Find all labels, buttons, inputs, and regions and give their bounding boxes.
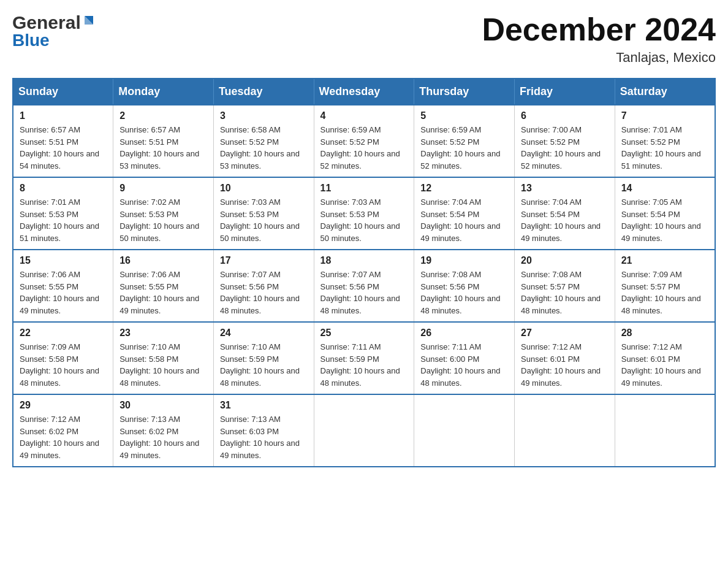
calendar-cell-w5-d1: 29 Sunrise: 7:12 AMSunset: 6:02 PMDaylig… — [13, 394, 113, 467]
day-info: Sunrise: 7:05 AMSunset: 5:54 PMDaylight:… — [621, 197, 701, 243]
calendar-cell-w4-d6: 27 Sunrise: 7:12 AMSunset: 6:01 PMDaylig… — [515, 322, 615, 394]
calendar-cell-w1-d7: 7 Sunrise: 7:01 AMSunset: 5:52 PMDayligh… — [615, 105, 715, 177]
day-number: 21 — [621, 255, 708, 266]
day-info: Sunrise: 7:03 AMSunset: 5:53 PMDaylight:… — [220, 197, 300, 243]
day-number: 12 — [420, 183, 508, 194]
calendar-cell-w4-d7: 28 Sunrise: 7:12 AMSunset: 6:01 PMDaylig… — [615, 322, 715, 394]
logo-arrow-icon — [82, 15, 96, 31]
calendar-cell-w3-d2: 16 Sunrise: 7:06 AMSunset: 5:55 PMDaylig… — [113, 250, 214, 322]
header-wednesday: Wednesday — [314, 79, 414, 105]
day-info: Sunrise: 7:12 AMSunset: 6:02 PMDaylight:… — [20, 415, 99, 460]
day-info: Sunrise: 7:13 AMSunset: 6:02 PMDaylight:… — [119, 415, 199, 460]
day-number: 2 — [119, 110, 207, 121]
calendar-cell-w2-d1: 8 Sunrise: 7:01 AMSunset: 5:53 PMDayligh… — [13, 177, 113, 250]
calendar-cell-w3-d3: 17 Sunrise: 7:07 AMSunset: 5:56 PMDaylig… — [213, 250, 314, 322]
day-number: 15 — [20, 255, 107, 266]
day-info: Sunrise: 7:12 AMSunset: 6:01 PMDaylight:… — [621, 342, 701, 388]
day-number: 30 — [119, 400, 207, 411]
day-number: 29 — [20, 400, 107, 411]
day-number: 24 — [220, 327, 308, 339]
logo-blue-text: Blue — [12, 31, 50, 50]
day-info: Sunrise: 7:09 AMSunset: 5:58 PMDaylight:… — [20, 342, 99, 388]
day-number: 17 — [220, 255, 308, 266]
day-info: Sunrise: 6:59 AMSunset: 5:52 PMDaylight:… — [320, 125, 400, 170]
day-info: Sunrise: 7:12 AMSunset: 6:01 PMDaylight:… — [521, 342, 601, 388]
calendar-cell-w3-d4: 18 Sunrise: 7:07 AMSunset: 5:56 PMDaylig… — [314, 250, 414, 322]
calendar-cell-w4-d3: 24 Sunrise: 7:10 AMSunset: 5:59 PMDaylig… — [213, 322, 314, 394]
calendar-cell-w5-d5 — [414, 394, 515, 467]
day-info: Sunrise: 7:07 AMSunset: 5:56 PMDaylight:… — [220, 270, 300, 315]
day-number: 4 — [320, 110, 408, 121]
day-info: Sunrise: 7:06 AMSunset: 5:55 PMDaylight:… — [20, 270, 99, 315]
day-number: 7 — [621, 110, 708, 121]
day-info: Sunrise: 7:10 AMSunset: 5:59 PMDaylight:… — [220, 342, 300, 388]
header-sunday: Sunday — [13, 79, 113, 105]
logo-general-text: General — [12, 12, 81, 33]
calendar-cell-w5-d7 — [615, 394, 715, 467]
calendar-header-row: Sunday Monday Tuesday Wednesday Thursday… — [13, 79, 715, 105]
month-title: December 2024 — [482, 12, 716, 47]
day-number: 25 — [320, 327, 408, 339]
day-number: 23 — [119, 327, 207, 339]
calendar-cell-w2-d6: 13 Sunrise: 7:04 AMSunset: 5:54 PMDaylig… — [515, 177, 615, 250]
header-saturday: Saturday — [615, 79, 715, 105]
calendar-cell-w4-d4: 25 Sunrise: 7:11 AMSunset: 5:59 PMDaylig… — [314, 322, 414, 394]
calendar-cell-w3-d5: 19 Sunrise: 7:08 AMSunset: 5:56 PMDaylig… — [414, 250, 515, 322]
day-info: Sunrise: 7:01 AMSunset: 5:53 PMDaylight:… — [20, 197, 99, 243]
calendar-cell-w1-d4: 4 Sunrise: 6:59 AMSunset: 5:52 PMDayligh… — [314, 105, 414, 177]
day-number: 18 — [320, 255, 408, 266]
header-thursday: Thursday — [414, 79, 515, 105]
calendar-cell-w4-d1: 22 Sunrise: 7:09 AMSunset: 5:58 PMDaylig… — [13, 322, 113, 394]
page-header: General Blue December 2024 Tanlajas, Mex… — [12, 12, 716, 66]
location-text: Tanlajas, Mexico — [482, 50, 716, 66]
day-number: 1 — [20, 110, 107, 121]
day-info: Sunrise: 7:00 AMSunset: 5:52 PMDaylight:… — [521, 125, 601, 170]
day-number: 11 — [320, 183, 408, 194]
calendar-cell-w5-d4 — [314, 394, 414, 467]
day-info: Sunrise: 7:02 AMSunset: 5:53 PMDaylight:… — [119, 197, 199, 243]
day-info: Sunrise: 7:08 AMSunset: 5:57 PMDaylight:… — [521, 270, 601, 315]
day-info: Sunrise: 7:11 AMSunset: 6:00 PMDaylight:… — [420, 342, 500, 388]
day-number: 14 — [621, 183, 708, 194]
day-info: Sunrise: 7:06 AMSunset: 5:55 PMDaylight:… — [119, 270, 199, 315]
day-info: Sunrise: 7:03 AMSunset: 5:53 PMDaylight:… — [320, 197, 400, 243]
day-number: 8 — [20, 183, 107, 194]
day-info: Sunrise: 7:08 AMSunset: 5:56 PMDaylight:… — [420, 270, 500, 315]
day-number: 27 — [521, 327, 609, 339]
day-number: 28 — [621, 327, 708, 339]
calendar-week-5: 29 Sunrise: 7:12 AMSunset: 6:02 PMDaylig… — [13, 394, 715, 467]
calendar-cell-w5-d3: 31 Sunrise: 7:13 AMSunset: 6:03 PMDaylig… — [213, 394, 314, 467]
calendar-cell-w4-d2: 23 Sunrise: 7:10 AMSunset: 5:58 PMDaylig… — [113, 322, 214, 394]
day-number: 5 — [420, 110, 508, 121]
day-info: Sunrise: 7:13 AMSunset: 6:03 PMDaylight:… — [220, 415, 300, 460]
calendar-cell-w5-d6 — [515, 394, 615, 467]
calendar-cell-w2-d3: 10 Sunrise: 7:03 AMSunset: 5:53 PMDaylig… — [213, 177, 314, 250]
calendar-week-1: 1 Sunrise: 6:57 AMSunset: 5:51 PMDayligh… — [13, 105, 715, 177]
day-number: 3 — [220, 110, 308, 121]
day-number: 26 — [420, 327, 508, 339]
day-info: Sunrise: 6:59 AMSunset: 5:52 PMDaylight:… — [420, 125, 500, 170]
calendar-cell-w3-d6: 20 Sunrise: 7:08 AMSunset: 5:57 PMDaylig… — [515, 250, 615, 322]
calendar-cell-w2-d2: 9 Sunrise: 7:02 AMSunset: 5:53 PMDayligh… — [113, 177, 214, 250]
calendar-cell-w1-d3: 3 Sunrise: 6:58 AMSunset: 5:52 PMDayligh… — [213, 105, 314, 177]
logo: General Blue — [12, 12, 96, 50]
calendar-cell-w1-d5: 5 Sunrise: 6:59 AMSunset: 5:52 PMDayligh… — [414, 105, 515, 177]
calendar-cell-w4-d5: 26 Sunrise: 7:11 AMSunset: 6:00 PMDaylig… — [414, 322, 515, 394]
calendar-week-4: 22 Sunrise: 7:09 AMSunset: 5:58 PMDaylig… — [13, 322, 715, 394]
day-number: 19 — [420, 255, 508, 266]
day-info: Sunrise: 6:57 AMSunset: 5:51 PMDaylight:… — [20, 125, 99, 170]
header-tuesday: Tuesday — [213, 79, 314, 105]
calendar-cell-w2-d5: 12 Sunrise: 7:04 AMSunset: 5:54 PMDaylig… — [414, 177, 515, 250]
calendar-table: Sunday Monday Tuesday Wednesday Thursday… — [12, 78, 716, 467]
day-number: 10 — [220, 183, 308, 194]
day-info: Sunrise: 7:09 AMSunset: 5:57 PMDaylight:… — [621, 270, 701, 315]
calendar-cell-w2-d7: 14 Sunrise: 7:05 AMSunset: 5:54 PMDaylig… — [615, 177, 715, 250]
day-number: 9 — [119, 183, 207, 194]
day-info: Sunrise: 7:04 AMSunset: 5:54 PMDaylight:… — [521, 197, 601, 243]
day-number: 13 — [521, 183, 609, 194]
day-number: 20 — [521, 255, 609, 266]
calendar-cell-w1-d6: 6 Sunrise: 7:00 AMSunset: 5:52 PMDayligh… — [515, 105, 615, 177]
calendar-cell-w3-d7: 21 Sunrise: 7:09 AMSunset: 5:57 PMDaylig… — [615, 250, 715, 322]
title-section: December 2024 Tanlajas, Mexico — [482, 12, 716, 66]
calendar-week-2: 8 Sunrise: 7:01 AMSunset: 5:53 PMDayligh… — [13, 177, 715, 250]
